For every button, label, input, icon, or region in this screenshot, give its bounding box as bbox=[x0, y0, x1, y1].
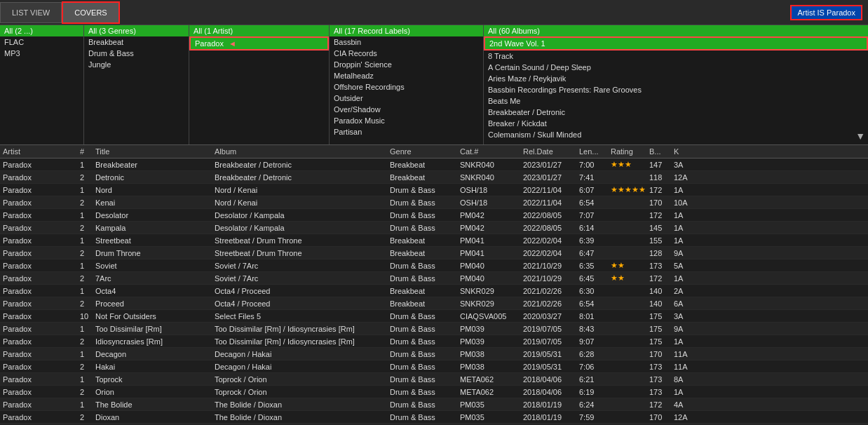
cell-title: Decagon bbox=[95, 350, 215, 358]
cell-bpm: 155 bbox=[649, 236, 674, 245]
filter-label-bassbin[interactable]: Bassbin bbox=[330, 36, 483, 48]
cell-genre: Breakbeat bbox=[390, 249, 460, 257]
table-row[interactable]: Paradox 2 Dioxan The Bolide / Dioxan Dru… bbox=[0, 411, 868, 424]
col-header-date[interactable]: Rel.Date bbox=[523, 147, 579, 156]
filter-album-8track[interactable]: 8 Track bbox=[484, 50, 868, 62]
table-row[interactable]: Paradox 1 Octa4 Octa4 / Proceed Breakbea… bbox=[0, 285, 868, 297]
cell-bpm: 175 bbox=[649, 337, 674, 346]
table-row[interactable]: Paradox 1 Desolator Desolator / Kampala … bbox=[0, 209, 868, 222]
filter-col-artist: All (1 Artist) Paradox ◄ bbox=[189, 25, 330, 144]
cell-date: 2018/04/06 bbox=[523, 375, 579, 384]
filter-album-2ndwave[interactable]: 2nd Wave Vol. 1 bbox=[484, 36, 868, 50]
table-row[interactable]: Paradox 2 Proceed Octa4 / Proceed Breakb… bbox=[0, 297, 868, 310]
col-header-num[interactable]: # bbox=[80, 147, 95, 156]
filter-album-ariesmaze[interactable]: Aries Maze / Reykjavik bbox=[484, 73, 868, 84]
col-header-genre[interactable]: Genre bbox=[390, 147, 460, 156]
filter-label-droppin[interactable]: Droppin' Science bbox=[330, 59, 483, 70]
tab-covers[interactable]: COVERS bbox=[62, 1, 119, 24]
cell-artist: Paradox bbox=[3, 413, 80, 421]
col-header-bpm[interactable]: B... bbox=[649, 147, 674, 156]
filter-label-outsider[interactable]: Outsider bbox=[330, 93, 483, 104]
cell-key: 1A bbox=[674, 186, 695, 194]
tab-list-view[interactable]: LIST VIEW bbox=[0, 2, 62, 23]
filter-album-beatsme[interactable]: Beats Me bbox=[484, 95, 868, 107]
filter-artist-paradox[interactable]: Paradox ◄ bbox=[189, 36, 329, 50]
cell-genre: Drum & Bass bbox=[390, 413, 460, 421]
table-row[interactable]: Paradox 1 The Bolide The Bolide / Dioxan… bbox=[0, 398, 868, 411]
col-header-cat[interactable]: Cat.# bbox=[460, 147, 523, 156]
cell-bpm: 118 bbox=[649, 173, 674, 182]
filter-genre-jungle[interactable]: Jungle bbox=[84, 59, 189, 70]
album-scroll-down-icon: ▼ bbox=[855, 130, 865, 142]
table-row[interactable]: Paradox 2 Kampala Desolator / Kampala Dr… bbox=[0, 222, 868, 234]
cell-key: 3A bbox=[674, 161, 695, 169]
table-row[interactable]: Paradox 1 Streetbeat Streetbeat / Drum T… bbox=[0, 234, 868, 247]
filter-genre-dnb[interactable]: Drum & Bass bbox=[84, 48, 189, 59]
filter-album-all[interactable]: All (60 Albums) bbox=[484, 25, 868, 36]
cell-genre: Drum & Bass bbox=[390, 224, 460, 232]
filter-label-metalheadz[interactable]: Metalheadz bbox=[330, 70, 483, 81]
filter-genre-breakbeat[interactable]: Breakbeat bbox=[84, 36, 189, 48]
cell-cat: CIAQSVA005 bbox=[460, 312, 523, 321]
table-row[interactable]: Paradox 2 Drum Throne Streetbeat / Drum … bbox=[0, 247, 868, 259]
table-row[interactable]: Paradox 2 7Arc Soviet / 7Arc Drum & Bass… bbox=[0, 272, 868, 285]
filter-format-flac[interactable]: FLAC bbox=[0, 36, 83, 48]
cell-date: 2021/10/29 bbox=[523, 262, 579, 270]
table-row[interactable]: Paradox 1 Toprock Toprock / Orion Drum &… bbox=[0, 373, 868, 386]
filter-album-breaker[interactable]: Breaker / Kickdat bbox=[484, 118, 868, 129]
table-row[interactable]: Paradox 2 Idiosyncrasies [Rm] Too Dissim… bbox=[0, 335, 868, 348]
filter-genre-all[interactable]: All (3 Genres) bbox=[84, 25, 189, 36]
cell-len: 6:54 bbox=[579, 198, 611, 207]
cell-num: 2 bbox=[80, 388, 95, 396]
col-header-artist[interactable]: Artist bbox=[3, 147, 80, 156]
cell-bpm: 128 bbox=[649, 249, 674, 257]
cell-cat: SNKR029 bbox=[460, 299, 523, 308]
table-row[interactable]: Paradox 2 Orion Toprock / Orion Drum & B… bbox=[0, 386, 868, 398]
cell-genre: Breakbeat bbox=[390, 299, 460, 308]
cell-title: Drum Throne bbox=[95, 249, 215, 257]
cell-title: Toprock bbox=[95, 375, 215, 384]
col-header-album[interactable]: Album bbox=[215, 147, 390, 156]
filter-label-all[interactable]: All (17 Record Labels) bbox=[330, 25, 483, 36]
table-row[interactable]: Paradox 10 Not For Outsiders Select File… bbox=[0, 310, 868, 323]
table-row[interactable]: Paradox 1 Nord Nord / Kenai Drum & Bass … bbox=[0, 184, 868, 196]
filter-album-colemanism[interactable]: Colemanism / Skull Minded bbox=[484, 129, 868, 140]
filter-label-partisan[interactable]: Partisan bbox=[330, 126, 483, 137]
cell-artist: Paradox bbox=[3, 173, 80, 182]
col-header-key[interactable]: K bbox=[674, 147, 695, 156]
col-header-len[interactable]: Len... bbox=[579, 147, 611, 156]
table-row[interactable]: Paradox 2 Hakai Decagon / Hakai Drum & B… bbox=[0, 360, 868, 373]
cell-key: 5A bbox=[674, 262, 695, 270]
filter-artist-all[interactable]: All (1 Artist) bbox=[189, 25, 329, 36]
filter-album-certainsound[interactable]: A Certain Sound / Deep Sleep bbox=[484, 62, 868, 73]
filter-album-breakbeater[interactable]: Breakbeater / Detronic bbox=[484, 107, 868, 118]
filter-label-overshadow[interactable]: Over/Shadow bbox=[330, 104, 483, 115]
filter-label-paradoxmusic[interactable]: Paradox Music bbox=[330, 115, 483, 126]
col-header-rating[interactable]: Rating bbox=[611, 147, 649, 156]
filter-label-offshore[interactable]: Offshore Recordings bbox=[330, 81, 483, 93]
cell-cat: PM041 bbox=[460, 236, 523, 245]
cell-date: 2019/05/31 bbox=[523, 350, 579, 358]
table-row[interactable]: Paradox 1 Soviet Soviet / 7Arc Drum & Ba… bbox=[0, 259, 868, 272]
filter-row: All (2 ...) FLAC MP3 All (3 Genres) Brea… bbox=[0, 25, 868, 144]
table-row[interactable]: Paradox 1 Decagon Decagon / Hakai Drum &… bbox=[0, 348, 868, 360]
artist-filter-badge[interactable]: Artist IS Paradox bbox=[790, 5, 862, 20]
filter-label-cia[interactable]: CIA Records bbox=[330, 48, 483, 59]
cell-genre: Drum & Bass bbox=[390, 388, 460, 396]
cell-bpm: 175 bbox=[649, 325, 674, 333]
cell-title: Detronic bbox=[95, 173, 215, 182]
cell-date: 2018/01/19 bbox=[523, 400, 579, 409]
col-header-title[interactable]: Title bbox=[95, 147, 215, 156]
filter-format-mp3[interactable]: MP3 bbox=[0, 48, 83, 59]
table-row[interactable]: Paradox 1 Too Dissimilar [Rm] Too Dissim… bbox=[0, 323, 868, 335]
table-row[interactable]: Paradox 2 Detronic Breakbeater / Detroni… bbox=[0, 171, 868, 184]
cell-date: 2022/11/04 bbox=[523, 198, 579, 207]
filter-format-all[interactable]: All (2 ...) bbox=[0, 25, 83, 36]
filter-album-bassbin[interactable]: Bassbin Recordings Presents: Rare Groove… bbox=[484, 84, 868, 95]
cell-key: 4A bbox=[674, 400, 695, 409]
cell-genre: Breakbeat bbox=[390, 236, 460, 245]
cell-artist: Paradox bbox=[3, 186, 80, 194]
cell-album: Octa4 / Proceed bbox=[215, 287, 390, 295]
table-row[interactable]: Paradox 1 Breakbeater Breakbeater / Detr… bbox=[0, 158, 868, 171]
table-row[interactable]: Paradox 2 Kenai Nord / Kenai Drum & Bass… bbox=[0, 196, 868, 209]
